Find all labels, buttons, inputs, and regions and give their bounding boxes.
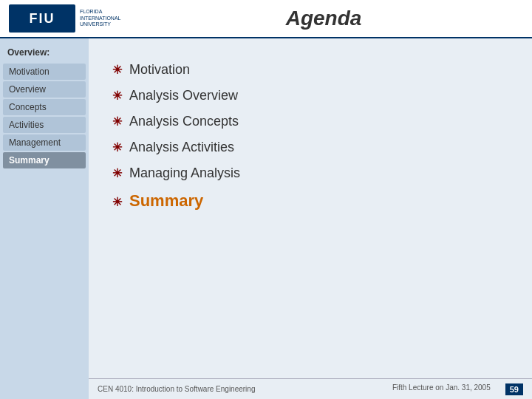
footer-course: CEN 4010: Introduction to Software Engin… xyxy=(98,385,255,393)
sidebar-item-management[interactable]: Management xyxy=(3,134,86,151)
sidebar-item-activities[interactable]: Activities xyxy=(3,117,86,133)
sidebar: Overview: Motivation Overview Concepts A… xyxy=(0,38,89,399)
page-title: Agenda xyxy=(286,7,362,30)
page-number: 59 xyxy=(505,383,523,395)
main-layout: Overview: Motivation Overview Concepts A… xyxy=(0,38,532,399)
sidebar-label: Overview: xyxy=(3,44,86,61)
header: FIU FLORIDA INTERNATIONAL UNIVERSITY Age… xyxy=(0,0,532,38)
bullet-icon-3: ✳ xyxy=(112,115,122,129)
bullet-icon-4: ✳ xyxy=(112,140,122,154)
agenda-list: ✳ Motivation ✳ Analysis Overview ✳ Analy… xyxy=(112,62,508,221)
list-item-analysis-concepts: ✳ Analysis Concepts xyxy=(112,114,508,129)
logo-area: FIU FLORIDA INTERNATIONAL UNIVERSITY xyxy=(9,4,124,33)
content-area: ✳ Motivation ✳ Analysis Overview ✳ Analy… xyxy=(89,38,532,399)
item-text-managing-analysis: Managing Analysis xyxy=(129,166,240,181)
item-text-motivation: Motivation xyxy=(129,62,190,78)
list-item-analysis-overview: ✳ Analysis Overview xyxy=(112,88,508,103)
sidebar-item-motivation[interactable]: Motivation xyxy=(3,64,86,80)
title-area: Agenda xyxy=(124,7,523,30)
item-text-analysis-concepts: Analysis Concepts xyxy=(129,114,239,129)
footer-lecture: Fifth Lecture on Jan. 31, 2005 xyxy=(392,383,491,395)
sidebar-item-overview[interactable]: Overview xyxy=(3,81,86,98)
footer: CEN 4010: Introduction to Software Engin… xyxy=(89,378,532,399)
bullet-icon-6: ✳ xyxy=(112,195,122,209)
logo-subtext: FLORIDA INTERNATIONAL UNIVERSITY xyxy=(80,9,124,27)
bullet-icon-2: ✳ xyxy=(112,89,122,103)
bullet-icon-5: ✳ xyxy=(112,166,122,180)
list-item-analysis-activities: ✳ Analysis Activities xyxy=(112,140,508,155)
sidebar-item-concepts[interactable]: Concepts xyxy=(3,99,86,115)
logo-box: FIU xyxy=(9,4,75,33)
footer-right: Fifth Lecture on Jan. 31, 2005 59 xyxy=(392,383,523,395)
item-text-summary: Summary xyxy=(129,191,203,211)
item-text-analysis-overview: Analysis Overview xyxy=(129,88,238,103)
bullet-icon-1: ✳ xyxy=(112,63,122,77)
list-item-summary: ✳ Summary xyxy=(112,191,508,211)
list-item-managing-analysis: ✳ Managing Analysis xyxy=(112,166,508,181)
sidebar-item-summary[interactable]: Summary xyxy=(3,152,86,168)
item-text-analysis-activities: Analysis Activities xyxy=(129,140,234,155)
list-item-motivation: ✳ Motivation xyxy=(112,62,508,78)
logo-text: FIU xyxy=(30,11,55,27)
